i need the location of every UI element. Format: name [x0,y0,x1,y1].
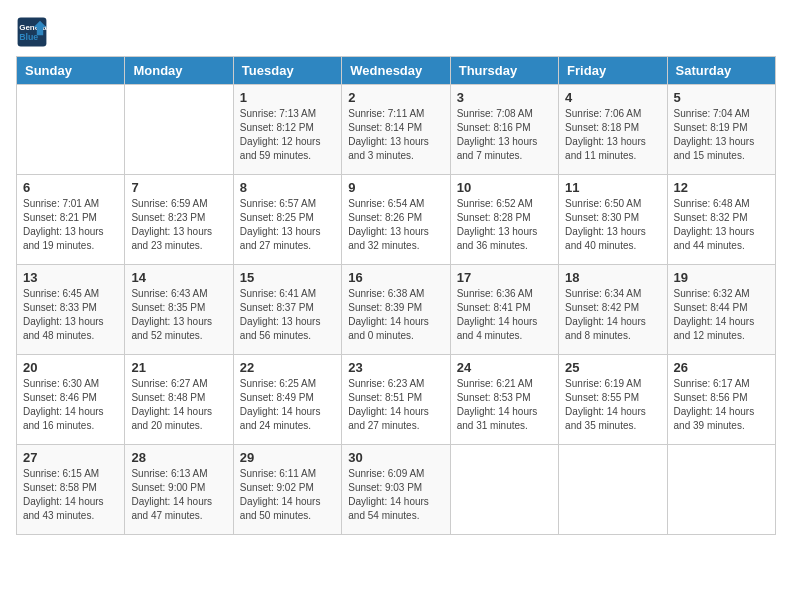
calendar-cell: 14Sunrise: 6:43 AMSunset: 8:35 PMDayligh… [125,265,233,355]
logo: General Blue [16,16,52,48]
weekday-header-tuesday: Tuesday [233,57,341,85]
day-detail: Sunrise: 6:43 AMSunset: 8:35 PMDaylight:… [131,287,226,343]
day-number: 18 [565,270,660,285]
day-number: 23 [348,360,443,375]
day-number: 14 [131,270,226,285]
day-number: 19 [674,270,769,285]
day-detail: Sunrise: 6:38 AMSunset: 8:39 PMDaylight:… [348,287,443,343]
weekday-header-monday: Monday [125,57,233,85]
day-number: 7 [131,180,226,195]
calendar-cell: 2Sunrise: 7:11 AMSunset: 8:14 PMDaylight… [342,85,450,175]
weekday-header-sunday: Sunday [17,57,125,85]
calendar-cell: 13Sunrise: 6:45 AMSunset: 8:33 PMDayligh… [17,265,125,355]
day-detail: Sunrise: 7:06 AMSunset: 8:18 PMDaylight:… [565,107,660,163]
calendar-cell: 7Sunrise: 6:59 AMSunset: 8:23 PMDaylight… [125,175,233,265]
day-detail: Sunrise: 6:19 AMSunset: 8:55 PMDaylight:… [565,377,660,433]
calendar-cell: 25Sunrise: 6:19 AMSunset: 8:55 PMDayligh… [559,355,667,445]
calendar-cell [17,85,125,175]
day-number: 3 [457,90,552,105]
day-detail: Sunrise: 7:11 AMSunset: 8:14 PMDaylight:… [348,107,443,163]
day-number: 24 [457,360,552,375]
calendar-cell: 20Sunrise: 6:30 AMSunset: 8:46 PMDayligh… [17,355,125,445]
day-detail: Sunrise: 6:59 AMSunset: 8:23 PMDaylight:… [131,197,226,253]
calendar-cell: 17Sunrise: 6:36 AMSunset: 8:41 PMDayligh… [450,265,558,355]
day-detail: Sunrise: 6:41 AMSunset: 8:37 PMDaylight:… [240,287,335,343]
day-detail: Sunrise: 6:52 AMSunset: 8:28 PMDaylight:… [457,197,552,253]
day-detail: Sunrise: 6:54 AMSunset: 8:26 PMDaylight:… [348,197,443,253]
weekday-header-wednesday: Wednesday [342,57,450,85]
calendar-cell: 5Sunrise: 7:04 AMSunset: 8:19 PMDaylight… [667,85,775,175]
day-number: 27 [23,450,118,465]
day-number: 26 [674,360,769,375]
day-number: 16 [348,270,443,285]
day-number: 5 [674,90,769,105]
day-detail: Sunrise: 7:13 AMSunset: 8:12 PMDaylight:… [240,107,335,163]
day-detail: Sunrise: 6:30 AMSunset: 8:46 PMDaylight:… [23,377,118,433]
day-number: 8 [240,180,335,195]
day-number: 12 [674,180,769,195]
calendar-cell [125,85,233,175]
day-detail: Sunrise: 7:04 AMSunset: 8:19 PMDaylight:… [674,107,769,163]
day-detail: Sunrise: 6:23 AMSunset: 8:51 PMDaylight:… [348,377,443,433]
day-number: 22 [240,360,335,375]
day-number: 25 [565,360,660,375]
calendar-cell [450,445,558,535]
calendar-cell: 27Sunrise: 6:15 AMSunset: 8:58 PMDayligh… [17,445,125,535]
calendar-cell [559,445,667,535]
day-number: 28 [131,450,226,465]
calendar-cell: 30Sunrise: 6:09 AMSunset: 9:03 PMDayligh… [342,445,450,535]
day-number: 11 [565,180,660,195]
logo-icon: General Blue [16,16,48,48]
day-number: 29 [240,450,335,465]
calendar-cell: 21Sunrise: 6:27 AMSunset: 8:48 PMDayligh… [125,355,233,445]
day-detail: Sunrise: 6:21 AMSunset: 8:53 PMDaylight:… [457,377,552,433]
calendar-cell: 16Sunrise: 6:38 AMSunset: 8:39 PMDayligh… [342,265,450,355]
day-number: 21 [131,360,226,375]
day-detail: Sunrise: 6:50 AMSunset: 8:30 PMDaylight:… [565,197,660,253]
calendar-cell: 1Sunrise: 7:13 AMSunset: 8:12 PMDaylight… [233,85,341,175]
day-detail: Sunrise: 6:32 AMSunset: 8:44 PMDaylight:… [674,287,769,343]
day-number: 6 [23,180,118,195]
day-detail: Sunrise: 7:08 AMSunset: 8:16 PMDaylight:… [457,107,552,163]
calendar-cell: 3Sunrise: 7:08 AMSunset: 8:16 PMDaylight… [450,85,558,175]
day-number: 10 [457,180,552,195]
day-detail: Sunrise: 6:34 AMSunset: 8:42 PMDaylight:… [565,287,660,343]
calendar-cell: 22Sunrise: 6:25 AMSunset: 8:49 PMDayligh… [233,355,341,445]
calendar-cell: 8Sunrise: 6:57 AMSunset: 8:25 PMDaylight… [233,175,341,265]
day-number: 9 [348,180,443,195]
day-detail: Sunrise: 6:17 AMSunset: 8:56 PMDaylight:… [674,377,769,433]
calendar-cell: 28Sunrise: 6:13 AMSunset: 9:00 PMDayligh… [125,445,233,535]
day-detail: Sunrise: 6:25 AMSunset: 8:49 PMDaylight:… [240,377,335,433]
day-number: 15 [240,270,335,285]
day-detail: Sunrise: 6:45 AMSunset: 8:33 PMDaylight:… [23,287,118,343]
calendar-cell [667,445,775,535]
day-number: 2 [348,90,443,105]
calendar-cell: 12Sunrise: 6:48 AMSunset: 8:32 PMDayligh… [667,175,775,265]
day-number: 13 [23,270,118,285]
day-detail: Sunrise: 6:27 AMSunset: 8:48 PMDaylight:… [131,377,226,433]
calendar-cell: 4Sunrise: 7:06 AMSunset: 8:18 PMDaylight… [559,85,667,175]
calendar-cell: 15Sunrise: 6:41 AMSunset: 8:37 PMDayligh… [233,265,341,355]
day-number: 1 [240,90,335,105]
calendar-cell: 26Sunrise: 6:17 AMSunset: 8:56 PMDayligh… [667,355,775,445]
calendar-cell: 18Sunrise: 6:34 AMSunset: 8:42 PMDayligh… [559,265,667,355]
day-number: 4 [565,90,660,105]
calendar-cell: 19Sunrise: 6:32 AMSunset: 8:44 PMDayligh… [667,265,775,355]
calendar-cell: 10Sunrise: 6:52 AMSunset: 8:28 PMDayligh… [450,175,558,265]
calendar-cell: 11Sunrise: 6:50 AMSunset: 8:30 PMDayligh… [559,175,667,265]
svg-text:Blue: Blue [19,32,38,42]
day-detail: Sunrise: 7:01 AMSunset: 8:21 PMDaylight:… [23,197,118,253]
calendar-cell: 29Sunrise: 6:11 AMSunset: 9:02 PMDayligh… [233,445,341,535]
day-detail: Sunrise: 6:11 AMSunset: 9:02 PMDaylight:… [240,467,335,523]
calendar-cell: 23Sunrise: 6:23 AMSunset: 8:51 PMDayligh… [342,355,450,445]
day-number: 17 [457,270,552,285]
day-number: 30 [348,450,443,465]
day-number: 20 [23,360,118,375]
weekday-header-friday: Friday [559,57,667,85]
day-detail: Sunrise: 6:57 AMSunset: 8:25 PMDaylight:… [240,197,335,253]
calendar-cell: 6Sunrise: 7:01 AMSunset: 8:21 PMDaylight… [17,175,125,265]
day-detail: Sunrise: 6:15 AMSunset: 8:58 PMDaylight:… [23,467,118,523]
day-detail: Sunrise: 6:13 AMSunset: 9:00 PMDaylight:… [131,467,226,523]
day-detail: Sunrise: 6:48 AMSunset: 8:32 PMDaylight:… [674,197,769,253]
day-detail: Sunrise: 6:36 AMSunset: 8:41 PMDaylight:… [457,287,552,343]
